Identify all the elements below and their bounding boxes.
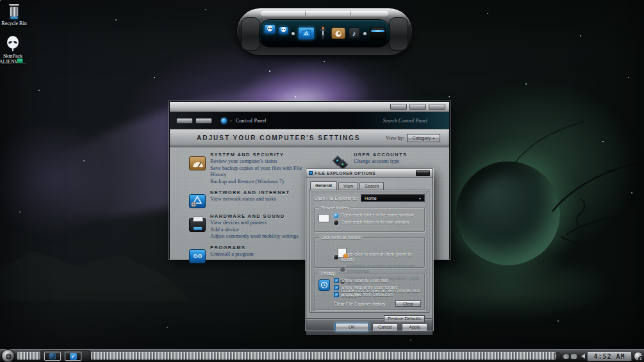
- cancel-button[interactable]: Cancel: [372, 324, 398, 331]
- folder-window-icon: [318, 214, 329, 222]
- category-link[interactable]: Review your computer's status: [210, 158, 312, 165]
- desktop-icon-label: SkinPackALIENWA...: [0, 53, 29, 65]
- checkbox-icon[interactable]: ✓: [334, 278, 339, 283]
- dialog-titlebar: FILE EXPLORER OPTIONS: [306, 169, 433, 177]
- category-title[interactable]: HARDWARE AND SOUND: [210, 213, 299, 219]
- category-title[interactable]: USER ACCOUNTS: [354, 152, 407, 158]
- cloud-icon[interactable]: [563, 354, 569, 359]
- breadcrumb[interactable]: Control Panel: [236, 118, 267, 124]
- radio-icon[interactable]: [334, 213, 338, 218]
- view-by-label: View by:: [386, 135, 404, 141]
- chevron-down-icon: ▾: [433, 135, 434, 142]
- category-title[interactable]: PROGRAMS: [210, 245, 254, 251]
- start-button[interactable]: [1, 349, 15, 362]
- alienware-control-icon[interactable]: [279, 26, 288, 35]
- dialog-icon: [309, 171, 313, 175]
- programs-icon: ⚙⚙: [189, 249, 206, 263]
- dagger-icon[interactable]: [318, 26, 328, 40]
- radio-icon[interactable]: [334, 220, 338, 225]
- alienware-folder-icon[interactable]: [298, 27, 315, 40]
- clock[interactable]: 4:52 AM: [587, 351, 632, 361]
- page-title: ADJUST YOUR COMPUTER'S SETTINGS: [197, 135, 360, 142]
- tab-general[interactable]: General: [310, 181, 337, 190]
- desktop-icon-recycle-bin[interactable]: Recycle Bin: [0, 4, 31, 26]
- pointer-page-icon: [338, 248, 347, 258]
- desktop: Recycle Bin SkinPackALIENWA...: [0, 0, 644, 362]
- category-link[interactable]: Add a device: [210, 226, 299, 233]
- desktop-icon-label: Recycle Bin: [0, 21, 31, 26]
- category-user-accounts: USER ACCOUNTS Change account type: [333, 152, 443, 170]
- checkbox-recent-files[interactable]: ✓ Show recently used files: [334, 278, 421, 283]
- running-apps: ✓: [40, 350, 90, 362]
- cd-spindle-icon[interactable]: [370, 27, 386, 40]
- restore-defaults-button[interactable]: Restore Defaults: [384, 315, 425, 322]
- system-tray: 4:52 AM 1: [554, 350, 643, 362]
- dock-chrome-bar: [260, 11, 389, 17]
- view-by-dropdown[interactable]: Category ▾: [407, 134, 440, 142]
- category-link[interactable]: Adjust commonly used mobility settings: [210, 233, 299, 240]
- open-to-dropdown[interactable]: Home ▾: [361, 194, 425, 202]
- category-title[interactable]: SYSTEM AND SECURITY: [210, 152, 312, 158]
- checkbox-frequent-folders[interactable]: ✓ Show frequently used folders: [334, 285, 421, 290]
- checkbox-icon[interactable]: ✓: [334, 292, 339, 297]
- back-button[interactable]: [176, 118, 193, 124]
- category-hardware-sound: HARDWARE AND SOUND View devices and prin…: [189, 213, 312, 240]
- alienware-app-icon[interactable]: [264, 24, 276, 34]
- music-player-icon[interactable]: ♪: [349, 28, 360, 39]
- category-link[interactable]: Backup and Restore (Windows 7): [210, 178, 312, 185]
- titlebar: [170, 102, 449, 112]
- category-link[interactable]: Uninstall a program: [210, 251, 254, 258]
- close-button[interactable]: [429, 104, 445, 110]
- taskbar-button-control-panel[interactable]: [44, 352, 61, 361]
- checkbox-office-files[interactable]: ✓ Show files from Office.com: [334, 292, 421, 297]
- nebula-left: [0, 96, 141, 263]
- taskbar-button-explorer-options[interactable]: ✓: [65, 352, 81, 361]
- desktop-icon-skinpack[interactable]: SkinPackALIENWA...: [0, 35, 29, 65]
- alienware-dock: ♪: [236, 7, 413, 56]
- alien-pet-icon[interactable]: [331, 28, 345, 39]
- apply-button[interactable]: Apply: [402, 324, 427, 331]
- tab-search[interactable]: Search: [359, 182, 384, 190]
- dock-tray: ♪: [259, 19, 390, 47]
- category-title[interactable]: NETWORK AND INTERNET: [210, 190, 290, 195]
- tab-view[interactable]: View: [338, 182, 358, 190]
- clear-button[interactable]: Clear: [395, 300, 421, 307]
- chevron-down-icon: ▾: [419, 196, 421, 201]
- forward-button[interactable]: [195, 118, 212, 124]
- category-network-internet: NETWORK AND INTERNET View network status…: [189, 190, 312, 208]
- planet: [456, 161, 560, 265]
- clear-history-label: Clear File Explorer history: [334, 302, 386, 306]
- category-link[interactable]: Change account type: [354, 158, 407, 165]
- radio-own-window[interactable]: Open each folder in its own window: [334, 220, 421, 225]
- privacy-group: Privacy ✓ Show recently used files ✓ Sho…: [314, 273, 425, 310]
- notification-badge: 1: [638, 356, 643, 361]
- search-input[interactable]: Search Control Panel: [383, 118, 443, 124]
- dock-separator-dot: [292, 32, 295, 35]
- recycle-bin-icon: [8, 4, 21, 19]
- message-icon[interactable]: [571, 354, 577, 359]
- volume-icon[interactable]: [579, 354, 585, 359]
- stars: [0, 0, 1, 1]
- network-internet-icon: [189, 194, 206, 208]
- skinpack-box-icon: [17, 58, 23, 63]
- taskbar-rib: [17, 352, 40, 360]
- dock-left-cap: [241, 17, 260, 51]
- minimize-button[interactable]: [390, 104, 407, 110]
- category-link[interactable]: View devices and printers: [210, 219, 299, 226]
- check-icon: ✓: [70, 353, 77, 360]
- category-link[interactable]: Save backup copies of your files with Fi…: [210, 165, 312, 178]
- maximize-button[interactable]: [409, 104, 426, 110]
- notification-button[interactable]: 1: [634, 352, 643, 361]
- navigation-bar: › Control Panel Search Control Panel: [170, 112, 449, 129]
- radio-same-window[interactable]: Open each folder in the same window: [334, 213, 421, 218]
- close-icon[interactable]: [416, 170, 430, 176]
- dock-right-cap: [389, 17, 408, 51]
- ok-button[interactable]: OK: [335, 323, 368, 331]
- breadcrumb-separator-icon: ›: [230, 118, 232, 124]
- dialog-tabs: General View Search: [306, 177, 433, 190]
- checkbox-icon[interactable]: ✓: [334, 285, 339, 290]
- browse-folders-group: Browse folders Open each folder in the s…: [314, 208, 425, 232]
- hidden-icons-button[interactable]: [554, 352, 561, 360]
- category-link[interactable]: View network status and tasks: [210, 195, 290, 202]
- file-explorer-options-dialog: FILE EXPLORER OPTIONS General View Searc…: [306, 169, 433, 331]
